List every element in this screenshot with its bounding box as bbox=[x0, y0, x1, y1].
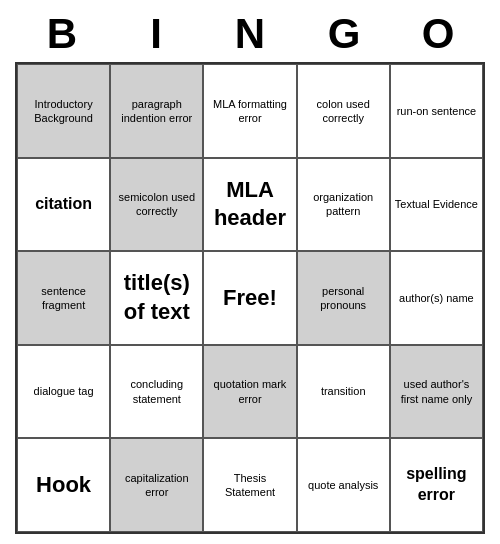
bingo-cell-13[interactable]: personal pronouns bbox=[297, 251, 390, 345]
bingo-cell-18[interactable]: transition bbox=[297, 345, 390, 439]
bingo-cell-24[interactable]: spelling error bbox=[390, 438, 483, 532]
title-g: G bbox=[304, 10, 384, 58]
bingo-cell-15[interactable]: dialogue tag bbox=[17, 345, 110, 439]
title-i: I bbox=[116, 10, 196, 58]
bingo-grid: Introductory Backgroundparagraph indenti… bbox=[15, 62, 485, 534]
bingo-cell-0[interactable]: Introductory Background bbox=[17, 64, 110, 158]
bingo-cell-1[interactable]: paragraph indention error bbox=[110, 64, 203, 158]
bingo-title: B I N G O bbox=[15, 10, 485, 58]
bingo-cell-20[interactable]: Hook bbox=[17, 438, 110, 532]
bingo-cell-9[interactable]: Textual Evidence bbox=[390, 158, 483, 252]
bingo-cell-19[interactable]: used author's first name only bbox=[390, 345, 483, 439]
bingo-cell-2[interactable]: MLA formatting error bbox=[203, 64, 296, 158]
bingo-cell-12[interactable]: Free! bbox=[203, 251, 296, 345]
title-o: O bbox=[398, 10, 478, 58]
bingo-cell-10[interactable]: sentence fragment bbox=[17, 251, 110, 345]
bingo-cell-6[interactable]: semicolon used correctly bbox=[110, 158, 203, 252]
bingo-cell-11[interactable]: title(s) of text bbox=[110, 251, 203, 345]
bingo-cell-5[interactable]: citation bbox=[17, 158, 110, 252]
bingo-cell-8[interactable]: organization pattern bbox=[297, 158, 390, 252]
bingo-cell-3[interactable]: colon used correctly bbox=[297, 64, 390, 158]
bingo-cell-4[interactable]: run-on sentence bbox=[390, 64, 483, 158]
bingo-cell-21[interactable]: capitalization error bbox=[110, 438, 203, 532]
title-n: N bbox=[210, 10, 290, 58]
bingo-cell-14[interactable]: author(s) name bbox=[390, 251, 483, 345]
title-b: B bbox=[22, 10, 102, 58]
bingo-cell-22[interactable]: Thesis Statement bbox=[203, 438, 296, 532]
bingo-cell-7[interactable]: MLA header bbox=[203, 158, 296, 252]
bingo-cell-16[interactable]: concluding statement bbox=[110, 345, 203, 439]
bingo-cell-17[interactable]: quotation mark error bbox=[203, 345, 296, 439]
bingo-cell-23[interactable]: quote analysis bbox=[297, 438, 390, 532]
